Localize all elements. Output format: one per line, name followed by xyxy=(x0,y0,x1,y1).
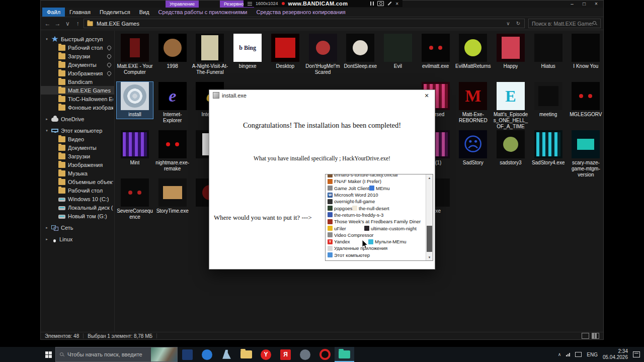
sidebar-item-4[interactable]: Изображения xyxy=(41,69,114,77)
network-icon[interactable] xyxy=(566,353,570,356)
file-tile-29[interactable]: SevereConsequence xyxy=(117,178,153,220)
ribbon-tab-4[interactable]: Средства работы с приложениями xyxy=(154,8,252,17)
dialog-close-icon[interactable]: × xyxy=(422,91,431,100)
file-tile-8[interactable]: evilmatt.exe xyxy=(418,34,454,69)
edge-browser-icon[interactable] xyxy=(197,347,217,362)
clock[interactable]: 2:34 05.04.2026 xyxy=(603,348,628,360)
sidebar-item-5[interactable]: Bandicam xyxy=(41,77,114,86)
list-item-secondary[interactable]: ultimate-custom-night xyxy=(364,225,417,231)
sidebar-item-18[interactable]: Windows 10 (C:) xyxy=(41,195,114,203)
forward-icon[interactable]: → xyxy=(53,20,62,27)
list-row-5[interactable]: popgoesthe-null-desert xyxy=(326,205,426,211)
sidebar-item-21[interactable]: ▸Сеть xyxy=(41,223,114,232)
thumbnail-view-icon[interactable] xyxy=(592,333,599,339)
address-bar[interactable]: Matt.EXE Games ∨ ↻ xyxy=(84,19,525,28)
destination-listbox[interactable]: ennard-s-torture-facility.officialFNAF M… xyxy=(325,174,433,261)
close-icon[interactable]: × xyxy=(590,1,602,8)
file-tile-10[interactable]: Happy xyxy=(493,34,529,69)
minimize-icon[interactable]: – xyxy=(566,1,578,8)
refresh-icon[interactable]: ↻ xyxy=(515,21,522,26)
sidebar-item-6[interactable]: Matt.EXE Games xyxy=(41,86,114,95)
list-item-secondary[interactable]: MEmu xyxy=(369,185,389,192)
file-tile-26[interactable]: sadstory3 xyxy=(493,130,529,166)
sidebar-item-1[interactable]: Рабочий стол xyxy=(41,43,114,52)
list-row-4[interactable]: overnight-full-game xyxy=(326,198,426,205)
sidebar-item-19[interactable]: Локальный диск (E:) xyxy=(41,203,114,212)
back-icon[interactable]: ← xyxy=(43,20,52,27)
yandex-browser-icon[interactable]: Y xyxy=(256,347,276,362)
file-tile-12[interactable]: I Know You xyxy=(568,34,603,69)
chat-app-icon[interactable] xyxy=(295,347,315,362)
search-highlight-image[interactable] xyxy=(151,347,177,361)
dialog-titlebar[interactable]: install.exe × xyxy=(209,90,435,101)
sidebar-item-20[interactable]: Новый том (G:) xyxy=(41,212,114,220)
file-tile-11[interactable]: Hiatus xyxy=(530,34,567,69)
file-tile-13[interactable]: install xyxy=(117,82,153,119)
sidebar-item-2[interactable]: Загрузки xyxy=(41,52,114,60)
file-tile-7[interactable]: Evil xyxy=(380,34,416,69)
file-tile-19[interactable]: meeting xyxy=(530,82,567,118)
flask-app-icon[interactable] xyxy=(217,347,236,362)
list-row-9[interactable]: Video Compressor xyxy=(326,232,426,238)
scrollbar-thumb[interactable] xyxy=(427,226,432,252)
file-tile-17[interactable]: MMatt-Exe-REBORNED xyxy=(455,82,491,124)
list-row-6[interactable]: the-return-to-freddy-s-3 xyxy=(326,212,426,218)
details-view-icon[interactable] xyxy=(582,333,589,339)
list-row-0[interactable]: ennard-s-torture-facility.official xyxy=(326,174,426,178)
file-tile-0[interactable]: Matt.EXE - Your Computer xyxy=(117,34,153,75)
sidebar-item-13[interactable]: Загрузки xyxy=(41,152,114,160)
contextual-tab-manage[interactable]: Управление xyxy=(166,1,199,8)
pinned-app-blue-icon[interactable] xyxy=(178,347,197,362)
expand-chevron-icon[interactable]: ▸ xyxy=(45,226,49,230)
file-tile-3[interactable]: b Bingbingexe xyxy=(229,34,266,69)
sidebar-item-17[interactable]: Рабочий стол xyxy=(41,186,114,195)
list-row-11[interactable]: Удаленные приложения xyxy=(326,245,426,251)
ribbon-tab-5[interactable]: Средства резервного копирования xyxy=(252,8,350,17)
draw-pencil-icon[interactable] xyxy=(388,2,392,6)
list-row-7[interactable]: Those Week's at Fredbears Family Diner xyxy=(326,218,426,225)
ribbon-tab-0[interactable]: Файл xyxy=(42,8,65,17)
file-tile-9[interactable]: EvilMattReturns xyxy=(455,34,491,69)
file-tile-25[interactable]: ☹SadStory xyxy=(455,130,491,166)
expand-chevron-icon[interactable]: ▸ xyxy=(45,237,49,241)
sidebar-item-8[interactable]: Фоновые изображения ра xyxy=(41,103,114,112)
sidebar-item-16[interactable]: Объемные объекты xyxy=(41,177,114,186)
tray-expand-icon[interactable]: ∧ xyxy=(558,352,561,357)
sidebar-item-15[interactable]: Музыка xyxy=(41,169,114,177)
file-tile-6[interactable]: DontSleep.exe xyxy=(342,34,378,69)
search-input[interactable]: Поиск в: Matt.EXE Games xyxy=(528,19,601,28)
file-tile-2[interactable]: A-Night-Visit-At-The-Funeral xyxy=(192,34,228,75)
list-row-12[interactable]: Этот компьютер xyxy=(326,252,426,258)
language-indicator[interactable]: ENG xyxy=(587,352,598,357)
sidebar-item-0[interactable]: ▾Быстрый доступ xyxy=(41,35,114,43)
sidebar-item-12[interactable]: Документы xyxy=(41,143,114,152)
list-row-2[interactable]: Game Jolt ClientMEmu xyxy=(326,185,426,192)
file-tile-27[interactable]: SadStory4.exe xyxy=(530,130,567,166)
sidebar-item-22[interactable]: ▸Linux xyxy=(41,235,114,243)
file-tile-4[interactable]: Desktop xyxy=(267,34,303,69)
file-tile-5[interactable]: Don'tHugMe!'mScared xyxy=(305,34,341,75)
sidebar-item-11[interactable]: Видео xyxy=(41,135,114,143)
start-button[interactable] xyxy=(41,347,55,362)
file-tile-1[interactable]: 1998 xyxy=(154,34,191,69)
sidebar-item-10[interactable]: ▾Этот компьютер xyxy=(41,126,114,135)
list-row-3[interactable]: WMicrosoft Word 2010 xyxy=(326,192,426,198)
scroll-down-icon[interactable]: ▼ xyxy=(426,254,433,260)
maximize-icon[interactable]: □ xyxy=(578,1,590,8)
file-tile-14[interactable]: eInternet-Explorer xyxy=(154,82,191,124)
file-explorer-icon[interactable] xyxy=(236,347,256,362)
display-icon[interactable] xyxy=(575,352,582,357)
file-tile-21[interactable]: Mint xyxy=(117,130,153,166)
action-center-icon[interactable] xyxy=(633,351,640,357)
list-item-secondary[interactable]: Мульти-MEmu xyxy=(368,238,407,245)
pause-icon[interactable] xyxy=(370,2,374,6)
scroll-up-icon[interactable]: ▲ xyxy=(426,174,433,181)
ribbon-tab-1[interactable]: Главная xyxy=(65,8,95,17)
expand-chevron-icon[interactable]: ▸ xyxy=(45,117,49,121)
screenshot-camera-icon[interactable] xyxy=(377,1,384,6)
file-tile-22[interactable]: nightmare.exe-remake xyxy=(154,130,191,172)
explorer-window-green-icon[interactable] xyxy=(335,347,354,362)
sidebar-item-3[interactable]: Документы xyxy=(41,60,114,69)
file-tile-20[interactable]: MGLESGORV xyxy=(568,82,603,118)
list-row-1[interactable]: FNAF Maker (I Prefer) xyxy=(326,178,426,185)
